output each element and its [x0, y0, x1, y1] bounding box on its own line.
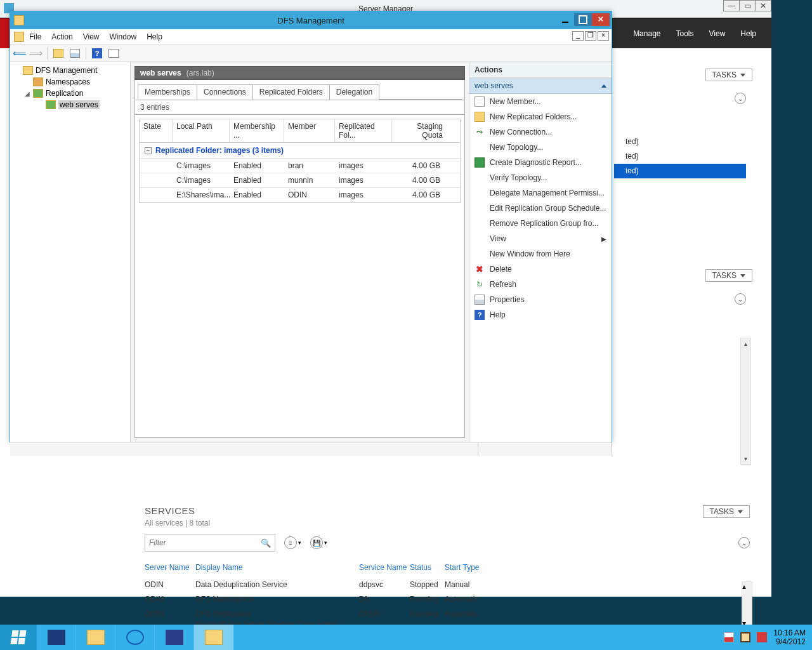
expand-services-button[interactable]: ⌄ — [738, 537, 750, 548]
col-member[interactable]: Member — [284, 119, 335, 142]
action-create-diagnostic-report[interactable]: Create Diagnostic Report... — [469, 155, 612, 170]
services-filter-input[interactable] — [149, 538, 261, 547]
action-new-topology[interactable]: New Topology... — [469, 140, 612, 155]
clock[interactable]: 10:16 AM9/4/2012 — [773, 628, 808, 646]
expand-button[interactable]: ⌄ — [735, 93, 746, 104]
tab-connections[interactable]: Connections — [197, 84, 253, 100]
col-membership[interactable]: Membership ... — [230, 119, 284, 142]
tree-root[interactable]: DFS Management — [13, 65, 128, 76]
menu-action[interactable]: Action — [51, 32, 72, 41]
action-icon — [475, 142, 485, 152]
action-help[interactable]: ?Help — [469, 307, 612, 322]
action-icon — [475, 96, 485, 107]
action-delegate-management-permissi[interactable]: Delegate Management Permissi... — [469, 185, 612, 201]
action-new-replicated-folders[interactable]: New Replicated Folders... — [469, 109, 612, 124]
action-icon — [475, 157, 485, 168]
action-refresh[interactable]: ↻Refresh — [469, 277, 612, 292]
col-server[interactable]: Server Name — [145, 563, 195, 572]
search-icon[interactable]: 🔍 — [261, 538, 271, 548]
forward-button[interactable]: ⟹ — [29, 46, 43, 60]
tree-replication[interactable]: ◢Replication — [13, 88, 128, 99]
save-view-button[interactable]: 💾 — [310, 536, 323, 549]
membership-row[interactable]: C:\imagesEnabledbranimages4.00 GB — [140, 159, 460, 173]
windows-taskbar: 10:16 AM9/4/2012 — [0, 625, 812, 650]
services-tasks-button[interactable]: TASKS — [703, 505, 750, 518]
col-local-path[interactable]: Local Path — [173, 119, 230, 142]
maximize-button[interactable]: ▭ — [739, 0, 756, 11]
group-row[interactable]: − Replicated Folder: images (3 items) — [140, 143, 460, 159]
filter-options-button[interactable]: ≡ — [284, 536, 297, 549]
show-hide-button[interactable] — [51, 46, 65, 60]
list-item[interactable]: ted) — [622, 149, 746, 164]
action-properties[interactable]: Properties — [469, 292, 612, 307]
scrollbar[interactable]: ▴ ▾ — [740, 338, 751, 465]
table-header: State Local Path Membership ... Member R… — [140, 119, 460, 143]
col-replicated-folder[interactable]: Replicated Fol... — [335, 119, 392, 142]
membership-row[interactable]: E:\Shares\ima...EnabledODINimages4.00 GB — [140, 188, 460, 202]
expand-button-2[interactable]: ⌄ — [735, 293, 746, 305]
menu-file[interactable]: File — [29, 32, 41, 41]
membership-row[interactable]: C:\imagesEnabledmunninimages4.00 GB — [140, 173, 460, 188]
tab-memberships[interactable]: Memberships — [138, 84, 197, 100]
dfs-center-pane: web serves (ars.lab) Memberships Connect… — [131, 62, 469, 442]
action-icon — [475, 295, 485, 305]
tasks-button[interactable]: TASKS — [705, 69, 752, 81]
col-svcname[interactable]: Service Name — [359, 563, 410, 572]
action-new-window-from-here[interactable]: New Window from Here — [469, 246, 612, 262]
action-center-icon[interactable] — [724, 632, 734, 642]
menu-window[interactable]: Window — [110, 32, 137, 41]
action-view[interactable]: View▶ — [469, 231, 612, 246]
tree-web-serves[interactable]: web serves — [13, 99, 128, 110]
collapse-icon[interactable]: − — [145, 147, 152, 154]
mdi-restore[interactable]: ❐ — [585, 31, 596, 41]
action-verify-topology[interactable]: Verify Topology... — [469, 170, 612, 185]
tab-replicated-folders[interactable]: Replicated Folders — [252, 84, 330, 100]
col-start[interactable]: Start Type — [445, 563, 521, 572]
list-item-selected[interactable]: ted) — [614, 164, 746, 178]
mdi-close[interactable]: × — [598, 31, 609, 41]
dfs-maximize-button[interactable] — [574, 13, 592, 26]
col-display[interactable]: Display Name — [195, 563, 359, 572]
dfs-titlebar[interactable]: DFS Management × — [10, 11, 612, 29]
sound-icon[interactable] — [757, 632, 767, 642]
list-item[interactable]: ted) — [622, 135, 746, 149]
menu-view[interactable]: View — [83, 32, 100, 41]
task-explorer[interactable] — [76, 625, 115, 650]
tab-delegation[interactable]: Delegation — [329, 84, 379, 100]
task-powershell[interactable] — [37, 625, 76, 650]
help-button[interactable]: ? — [90, 46, 104, 60]
dfs-close-button[interactable]: × — [592, 13, 610, 26]
col-status[interactable]: Status — [410, 563, 445, 572]
col-state[interactable]: State — [140, 119, 173, 142]
services-filter[interactable]: 🔍 — [145, 534, 275, 552]
start-button[interactable] — [0, 625, 37, 650]
action-edit-replication-group-schedule[interactable]: Edit Replication Group Schedule... — [469, 201, 612, 216]
properties-button[interactable] — [68, 46, 82, 60]
action-new-connection[interactable]: ⤳New Connection... — [469, 124, 612, 140]
task-dfs-management[interactable] — [194, 625, 233, 650]
action-delete[interactable]: ✖Delete — [469, 262, 612, 277]
task-ie[interactable] — [115, 625, 155, 650]
tile-button[interactable] — [107, 46, 121, 60]
minimize-button[interactable]: — — [723, 0, 740, 11]
tasks-button-2[interactable]: TASKS — [705, 269, 752, 282]
dfs-minimize-button[interactable] — [556, 13, 574, 26]
network-icon[interactable] — [740, 632, 750, 642]
menu-view[interactable]: View — [709, 29, 726, 38]
menu-help[interactable]: Help — [147, 32, 162, 41]
menu-help[interactable]: Help — [740, 29, 756, 38]
action-new-member[interactable]: New Member... — [469, 94, 612, 109]
back-button[interactable]: ⟸ — [13, 46, 27, 60]
task-server-manager[interactable] — [155, 625, 194, 650]
actions-group-header[interactable]: web serves — [469, 78, 612, 94]
close-button[interactable]: ✕ — [755, 0, 771, 11]
menu-tools[interactable]: Tools — [676, 29, 694, 38]
tree-namespaces[interactable]: Namespaces — [13, 76, 128, 88]
service-row[interactable]: ODINDFS NamespaceDfsRunningAutomatic — [145, 592, 750, 606]
services-columns: Server Name Display Name Service Name St… — [145, 563, 750, 572]
mdi-minimize[interactable]: _ — [572, 31, 584, 41]
action-remove-replication-group-fro[interactable]: Remove Replication Group fro... — [469, 216, 612, 231]
col-staging-quota[interactable]: Staging Quota — [392, 119, 447, 142]
service-row[interactable]: ODINData Deduplication ServiceddpsvcStop… — [145, 577, 750, 592]
menu-manage[interactable]: Manage — [633, 29, 660, 38]
